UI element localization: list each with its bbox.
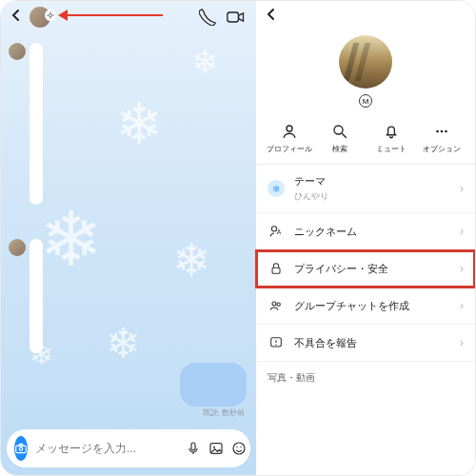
svg-point-21 bbox=[271, 227, 276, 231]
details-pane: M プロフィール 検索 ミュート オプション ❄ bbox=[256, 1, 475, 475]
voice-message-icon[interactable] bbox=[186, 439, 201, 458]
read-timestamp: 既読: 数秒前 bbox=[203, 407, 245, 418]
report-icon bbox=[268, 334, 285, 351]
chevron-right-icon: › bbox=[460, 299, 464, 312]
action-label: オプション bbox=[423, 144, 461, 154]
svg-text:A: A bbox=[277, 228, 282, 235]
camera-button[interactable] bbox=[14, 436, 28, 461]
svg-point-11 bbox=[213, 446, 215, 448]
chevron-right-icon: › bbox=[460, 182, 464, 195]
action-row: プロフィール 検索 ミュート オプション bbox=[256, 117, 475, 164]
image-picker-icon[interactable] bbox=[208, 439, 224, 458]
profile-avatar[interactable] bbox=[339, 35, 392, 89]
svg-point-7 bbox=[19, 447, 23, 451]
row-label: グループチャットを作成 bbox=[294, 299, 450, 313]
row-nickname[interactable]: A ニックネーム › bbox=[256, 213, 475, 250]
row-label: 不具合を報告 bbox=[294, 336, 450, 350]
messenger-badge-icon: M bbox=[359, 94, 372, 108]
svg-point-24 bbox=[272, 302, 276, 306]
message-avatar bbox=[9, 239, 26, 256]
contact-avatar[interactable] bbox=[30, 7, 50, 28]
bell-icon bbox=[383, 123, 400, 140]
group-icon bbox=[268, 297, 285, 314]
incoming-message-bubble[interactable] bbox=[30, 239, 43, 353]
row-privacy-safety[interactable]: プライバシー・安全 › bbox=[256, 250, 475, 288]
row-theme[interactable]: ❄ テーマ ひんやり › bbox=[256, 165, 475, 213]
profile-block: M bbox=[256, 31, 475, 117]
svg-point-15 bbox=[287, 126, 292, 131]
svg-point-19 bbox=[441, 130, 444, 133]
details-header bbox=[256, 1, 475, 31]
mute-action[interactable]: ミュート bbox=[368, 123, 414, 154]
chevron-right-icon: › bbox=[460, 225, 464, 238]
svg-rect-9 bbox=[191, 443, 195, 450]
video-call-icon[interactable] bbox=[226, 7, 247, 28]
sticker-icon[interactable] bbox=[231, 439, 247, 458]
svg-point-18 bbox=[436, 130, 439, 133]
svg-rect-23 bbox=[272, 268, 280, 273]
gear-icon[interactable] bbox=[45, 10, 56, 21]
settings-list: ❄ テーマ ひんやり › A ニックネーム › プライバシー・安全 › bbox=[256, 164, 475, 362]
lock-icon bbox=[268, 260, 285, 277]
svg-rect-5 bbox=[228, 12, 239, 22]
row-label: プライバシー・安全 bbox=[294, 262, 450, 276]
search-action[interactable]: 検索 bbox=[317, 123, 363, 154]
svg-point-20 bbox=[445, 130, 447, 133]
svg-point-14 bbox=[240, 446, 241, 447]
outgoing-message-bubble[interactable] bbox=[180, 363, 247, 407]
svg-point-13 bbox=[236, 446, 237, 447]
back-icon[interactable] bbox=[10, 9, 22, 26]
media-section-title: 写真・動画 bbox=[256, 362, 475, 385]
nickname-icon: A bbox=[268, 223, 285, 240]
svg-point-25 bbox=[277, 303, 280, 306]
row-label: テーマ bbox=[294, 174, 450, 188]
back-icon[interactable] bbox=[266, 8, 277, 25]
row-report[interactable]: 不具合を報告 › bbox=[256, 325, 475, 362]
svg-point-28 bbox=[275, 344, 276, 345]
annotation-arrow bbox=[58, 12, 163, 18]
message-input[interactable] bbox=[35, 442, 178, 455]
row-create-group[interactable]: グループチャットを作成 › bbox=[256, 288, 475, 325]
profile-action[interactable]: プロフィール bbox=[267, 123, 312, 154]
action-label: 検索 bbox=[332, 144, 347, 154]
svg-line-17 bbox=[343, 133, 347, 138]
options-action[interactable]: オプション bbox=[419, 123, 465, 154]
person-icon bbox=[281, 123, 298, 140]
message-avatar bbox=[9, 43, 26, 60]
more-icon bbox=[433, 123, 450, 140]
chevron-right-icon: › bbox=[460, 336, 464, 349]
row-sublabel: ひんやり bbox=[294, 190, 450, 203]
action-label: ミュート bbox=[376, 144, 407, 154]
search-icon bbox=[331, 123, 348, 140]
svg-point-12 bbox=[233, 443, 245, 454]
row-label: ニックネーム bbox=[294, 225, 450, 239]
incoming-message-bubble[interactable] bbox=[30, 43, 43, 205]
svg-point-0 bbox=[49, 13, 51, 16]
action-label: プロフィール bbox=[267, 144, 312, 154]
message-composer bbox=[7, 429, 250, 467]
theme-icon: ❄ bbox=[268, 180, 285, 197]
chat-pane: ❄ ❄ ❄ ❄ ❄ ❄ 既読: 数秒前 bbox=[1, 1, 256, 475]
svg-point-16 bbox=[334, 126, 343, 134]
voice-call-icon[interactable] bbox=[197, 7, 218, 28]
chevron-right-icon: › bbox=[460, 262, 464, 275]
